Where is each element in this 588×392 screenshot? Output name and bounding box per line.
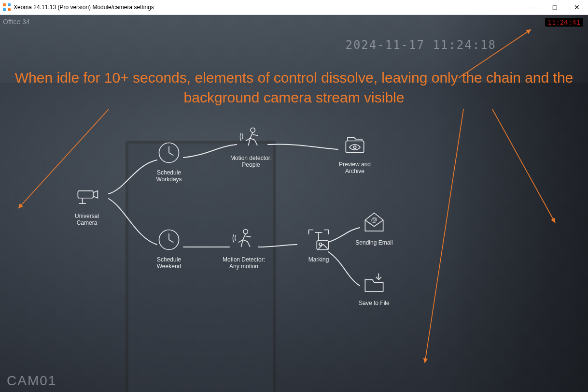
- camera-viewport[interactable]: Office 34 11:24:41 2024-11-17 11:24:18 C…: [0, 15, 588, 392]
- folder-download-icon: [360, 269, 389, 298]
- svg-text:@: @: [371, 216, 377, 223]
- email-icon: @: [360, 208, 389, 237]
- marking-icon: [304, 225, 333, 254]
- window-title: Xeoma 24.11.13 (Pro version) Module/came…: [14, 4, 154, 11]
- svg-point-20: [319, 243, 322, 246]
- module-preview-archive[interactable]: Preview and Archive: [333, 130, 377, 175]
- window-titlebar: Xeoma 24.11.13 (Pro version) Module/came…: [0, 0, 588, 15]
- window-maximize-button[interactable]: □: [544, 0, 566, 15]
- module-marking[interactable]: Marking: [297, 225, 340, 263]
- svg-line-9: [169, 153, 173, 156]
- window-minimize-button[interactable]: —: [521, 0, 544, 15]
- clock-icon: [154, 138, 183, 167]
- module-label: Motion detector: People: [229, 155, 273, 169]
- svg-rect-15: [346, 141, 364, 153]
- module-label: Sending Email: [352, 239, 396, 246]
- module-label: Schedule Workdays: [147, 169, 191, 183]
- running-person-icon: [237, 124, 266, 153]
- stream-timestamp-overlay: 2024-11-17 11:24:18: [345, 38, 496, 52]
- module-save-to-file[interactable]: Save to File: [352, 269, 396, 306]
- annotation-text: When idle for 10+ seconds, elements of c…: [14, 68, 574, 107]
- module-label: Preview and Archive: [333, 161, 377, 175]
- module-label: Universal Camera: [65, 213, 109, 227]
- module-motion-any[interactable]: Motion Detector: Any motion: [222, 225, 266, 270]
- module-motion-people[interactable]: Motion detector: People: [229, 124, 273, 169]
- module-label: Marking: [297, 256, 340, 263]
- svg-point-13: [251, 128, 255, 132]
- svg-line-12: [169, 240, 173, 243]
- window-close-button[interactable]: ✕: [566, 0, 588, 15]
- module-schedule-weekend[interactable]: Schedule Weekend: [147, 225, 191, 270]
- svg-rect-4: [78, 191, 93, 198]
- module-label: Schedule Weekend: [147, 256, 191, 270]
- running-person-icon: [229, 225, 258, 254]
- archive-eye-icon: [340, 130, 369, 159]
- camera-id-overlay: CAM01: [7, 373, 56, 389]
- camera-icon: [72, 182, 101, 211]
- module-schedule-workdays[interactable]: Schedule Workdays: [147, 138, 191, 183]
- module-label: Motion Detector: Any motion: [222, 256, 266, 270]
- clock-icon: [154, 225, 183, 254]
- svg-point-16: [353, 146, 356, 149]
- svg-point-14: [243, 230, 248, 234]
- clock-overlay: 11:24:41: [545, 18, 583, 27]
- module-universal-camera[interactable]: Universal Camera: [65, 182, 109, 227]
- window-controls: — □ ✕: [521, 0, 588, 15]
- module-label: Save to File: [352, 300, 396, 306]
- camera-name-overlay: Office 34: [3, 18, 30, 26]
- module-sending-email[interactable]: @ Sending Email: [352, 208, 396, 246]
- app-icon: [3, 3, 11, 11]
